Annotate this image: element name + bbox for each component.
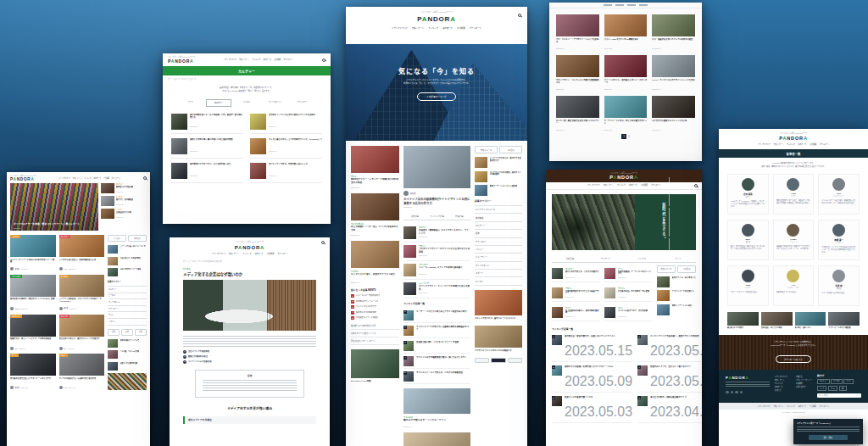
ranking-item[interactable]: 2 エンジニアリングで読み解く、建築デザインの現在地 2023.05.12 xyxy=(637,333,702,362)
tab[interactable]: ビジネス xyxy=(234,99,259,107)
article-card[interactable]: モダンデザイン・コレクションの魅力を徹底解剖する 2023.05.11 xyxy=(556,55,599,90)
nav-item[interactable]: ランキング xyxy=(787,143,795,146)
nav-item[interactable]: メディアについて xyxy=(211,253,225,255)
text-link[interactable]: お知らせ|アプリ版がリリース xyxy=(351,330,399,337)
featured-article[interactable]: 編集部 ネイティブ広告の最新動向|サイトデザインと自然に調和する広告の作り方 2… xyxy=(403,146,470,208)
photo-card[interactable]: クラフトビールの小さな醸造所 xyxy=(828,312,860,331)
nav-item[interactable]: ランキング xyxy=(617,184,626,187)
sidebar-article[interactable]: 工房と暮らす、木の器の物語 xyxy=(108,257,147,265)
ranking-item[interactable]: 1 春の新生活・家具の選び方、失敗しないチェックリスト 2023.05.15 xyxy=(552,333,632,362)
breadcrumb[interactable]: ホーム / 記事一覧 / カルチャー記事一覧 xyxy=(163,75,331,83)
ranking-item[interactable]: 5 音楽フェスの裏側で働く人たち 2023.05.03 xyxy=(552,394,632,423)
text-link[interactable]: 募集|学生ライターインターン xyxy=(351,337,399,345)
nav-item[interactable]: 特集レポート xyxy=(774,143,784,146)
twitter-icon[interactable] xyxy=(726,391,729,394)
nav-item[interactable]: ランキング xyxy=(84,177,92,180)
article-row[interactable]: 静かな時間を楽しむ「大人の盆栽」入門。都会の一室で緑を育てる 2023.05.1… xyxy=(171,114,243,134)
mini-button[interactable] xyxy=(491,358,505,363)
photo-card[interactable]: 森と暮らす人々の知恵 xyxy=(727,312,759,331)
article-card[interactable]: ロゴ・看板の先をゆくビジュアル表現の可能性 2023.05.13 xyxy=(652,14,695,49)
nav-item[interactable]: メディアについて xyxy=(224,59,237,61)
tag-chip[interactable]: ライフ xyxy=(843,379,853,385)
footer-link[interactable]: お知らせ xyxy=(775,388,791,392)
nav-item[interactable]: 執筆者一覧 xyxy=(629,184,637,187)
logo[interactable]: PANDORA xyxy=(546,175,702,180)
author-card[interactable]: 高橋 蓮一 ライター 元新聞記者。ファクトを丁寧に積み上げるスタイルで、ビジネス… xyxy=(818,220,860,260)
tag-chip[interactable]: カルチャー xyxy=(817,379,830,385)
page-2[interactable]: 2 xyxy=(628,136,629,138)
category-link[interactable]: テクノロジー› xyxy=(108,306,147,313)
article-list-item[interactable]: テクノロジー ニュース × Web3。メディアの未来を読み解く 2023.05.… xyxy=(403,261,470,280)
author-card[interactable]: 長田 真希 編集長 Webメディア「PANDORA」の編集長。カルチャーとビジネ… xyxy=(727,174,769,215)
hero-cta-button[interactable]: 人気記事ランキング xyxy=(417,92,455,101)
sidebar-article[interactable]: コンテナハウスの可能性。郊外オフィスの新潮流 xyxy=(475,171,522,182)
logo[interactable]: PANDORA xyxy=(346,15,527,23)
article-card[interactable]: ビーチリゾートに学ぶ、ゆとりある働き方のヒント 2023.05.03 xyxy=(604,96,648,131)
article-list-item[interactable]: デザイン 古都の路地裏で見つけた小さな看板デザイン 2023.05.12 xyxy=(552,285,600,302)
article-card[interactable]: ライフスタイル おうち時間に「一汁一菜」。シンプルな食卓のすすめ 2023.05… xyxy=(351,193,399,236)
author-card[interactable]: MIKI 編集部 暮らしまわりの企画・編集を担当。エシカル消費、そのまちの食文化… xyxy=(727,220,769,260)
nav-item[interactable]: メディアについて xyxy=(392,26,408,30)
nav-item[interactable]: 特集レポート xyxy=(229,253,239,255)
sidebar-article[interactable]: 週末の公園ピクニック入門 xyxy=(108,339,147,348)
nav-item[interactable]: 特集レポート xyxy=(604,184,614,187)
category-link[interactable]: スポーツ› xyxy=(475,270,522,277)
featured-article[interactable]: ポップカルチャーの祭典「東京コミックアート」潜入レポート 2023.05.16 xyxy=(10,183,98,231)
footer-nav-item[interactable]: ランキング xyxy=(787,405,794,408)
side-article[interactable]: トラベル 古道具屋の小さな旅 2023.05.06 xyxy=(101,209,147,219)
author-card[interactable]: RIO フォトグラファー ドキュメンタリー写真が専門。現場の空気を大切にするスタ… xyxy=(818,174,860,215)
ranking-item[interactable]: 5 モバイルファーストで考える、これからの情報発信 xyxy=(403,369,470,384)
category-link[interactable]: ビューティー› xyxy=(475,254,522,261)
tab[interactable]: テクノロジー xyxy=(290,99,315,107)
article-row[interactable]: 赤いキッチンで作る、世界の朝ごはんレシピ 2023.04.29 xyxy=(250,163,322,183)
tab-active[interactable]: カルチャー xyxy=(206,99,231,107)
nav-item[interactable]: 会社概要 xyxy=(103,177,109,180)
article-card[interactable]: グミ・ジュエリー・アクセサリーショップを訪ねる 2023.05.17 xyxy=(556,14,599,49)
logo[interactable]: PANDORA xyxy=(170,245,330,250)
nav-item[interactable]: メディアについて xyxy=(587,184,600,187)
nav-item[interactable]: 執筆者一覧 xyxy=(93,177,101,180)
cta-button[interactable]: ダウンロードはこちら xyxy=(776,355,811,363)
article-card[interactable]: フォト × WebマガジンのPR戦略を探る 2023.05.15 xyxy=(604,14,648,49)
text-link[interactable]: 編集部だより|春の特集を公開 xyxy=(351,322,399,330)
sidebar-article[interactable]: 絶景ワーケーションという選択肢 xyxy=(475,185,522,196)
toc-links-placeholder[interactable] xyxy=(203,380,297,392)
footer-nav-item[interactable]: メディアについて xyxy=(758,405,771,408)
ranking-item[interactable]: 3 週末の小さな冒険。近場で楽しむマイクロツーリズム 2023.05.09 xyxy=(552,364,632,393)
tab[interactable]: 特集記事 xyxy=(448,213,470,220)
nav-item[interactable]: 会社概要 xyxy=(810,143,816,146)
tab[interactable]: 週間 xyxy=(108,329,120,336)
category-link[interactable]: ヘルシー› xyxy=(475,246,522,254)
article-card[interactable]: フォト モノクロの街角から。写真家が切り取る日常 YUKI2023.04.25 xyxy=(59,354,105,390)
ranking-item[interactable]: 6 海と生きる町の、持続可能な観光づくり 2023.04.30 xyxy=(637,394,702,423)
article-list-item[interactable]: カルチャー 静けさの中で考える、これからの働き方 2023.05.16 xyxy=(552,265,600,282)
tab[interactable]: すべて xyxy=(178,99,203,107)
logo[interactable]: PANDORA xyxy=(168,59,195,64)
category-link[interactable]: カルチャー› xyxy=(475,222,522,230)
nav-item[interactable]: 会社概要 xyxy=(457,26,465,30)
ranking-item[interactable]: 4 ガジェット好きの編集部員が選ぶ、買ってよかったモノ xyxy=(403,354,470,369)
tab[interactable]: 月間 xyxy=(121,329,133,336)
nav-item[interactable]: メディアについて xyxy=(757,143,771,146)
category-link[interactable]: トラベル› xyxy=(108,319,147,326)
tag-chip[interactable]: グルメ xyxy=(828,386,837,392)
mini-button[interactable] xyxy=(508,358,522,363)
footer-search-input[interactable]: サイト内検索 xyxy=(817,393,861,398)
article-card[interactable]: ビジネス レイアウト自由自在。ブロックエディタ対応テーマ「PANDORA」 編集… xyxy=(59,275,105,311)
category-link[interactable]: エンタメ› xyxy=(475,277,522,285)
nav-item[interactable]: 会社概要 xyxy=(267,253,274,255)
article-card[interactable]: グルメ Bakeryクッキー・レモンケーキ特集!売り切れ必至の人気店 2023.… xyxy=(351,146,399,188)
nav-item[interactable]: ダウンロード xyxy=(651,184,661,187)
ranking-item[interactable]: 4 定番の白シャツを、自分らしく着こなすコツ 2023.05.06 xyxy=(637,364,702,393)
ranking-item[interactable]: 2 ランキングページの作り方。回遊率を高める導線設計のコツ xyxy=(403,323,470,338)
footer-nav-item[interactable]: 特集レポート xyxy=(774,405,783,408)
nav-item[interactable]: ランキング xyxy=(428,26,438,30)
category-link[interactable]: グルメ› xyxy=(108,312,147,319)
nav-item[interactable]: 会社概要 xyxy=(274,59,281,61)
tab[interactable]: ライフスタイル xyxy=(262,99,287,107)
article-card-large[interactable]: カルチャー ペーパークラフトで作る、未来の乗り物 2023.04.26 xyxy=(403,432,470,446)
footer-nav-item[interactable]: 会社概要 xyxy=(810,405,816,408)
logo[interactable]: PANDORA xyxy=(719,136,868,141)
nav-item[interactable]: 特集レポート xyxy=(412,26,424,30)
rss-icon[interactable] xyxy=(740,391,743,394)
